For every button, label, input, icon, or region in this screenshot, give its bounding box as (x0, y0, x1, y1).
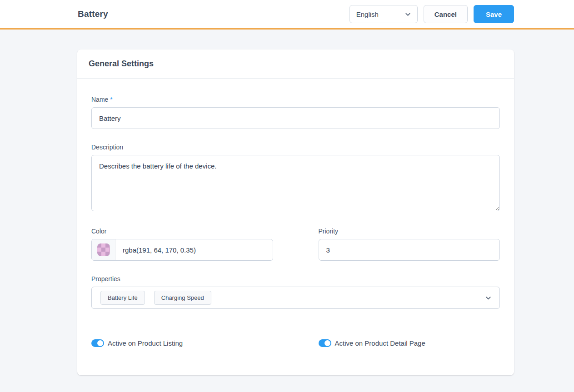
color-swatch-button[interactable] (92, 239, 115, 260)
priority-label: Priority (319, 228, 500, 235)
active-product-listing-group: Active on Product Listing (91, 339, 273, 347)
required-asterisk: * (110, 96, 112, 103)
description-field: Description Describes the battery life o… (91, 144, 500, 213)
cancel-button[interactable]: Cancel (424, 5, 468, 23)
toggle-knob (97, 340, 103, 346)
name-label: Name * (91, 96, 500, 103)
card-header: General Settings (77, 50, 514, 79)
top-bar-actions: English Cancel Save (349, 5, 514, 23)
name-input[interactable] (91, 107, 500, 129)
card-title: General Settings (89, 59, 503, 69)
priority-field: Priority (319, 228, 500, 261)
description-label: Description (91, 144, 500, 151)
properties-label: Properties (91, 275, 500, 283)
description-textarea[interactable]: Describes the battery life of the device… (91, 155, 500, 211)
active-product-detail-label: Active on Product Detail Page (335, 339, 425, 347)
toggle-knob (324, 340, 330, 346)
color-value-input[interactable] (115, 239, 273, 260)
main-content: General Settings Name * Description Desc… (0, 50, 574, 375)
priority-input[interactable] (319, 239, 500, 261)
chevron-down-icon (404, 11, 411, 18)
color-input-group (91, 239, 273, 261)
name-label-text: Name (91, 96, 108, 103)
name-field: Name * (91, 96, 500, 129)
active-product-detail-group: Active on Product Detail Page (319, 339, 500, 347)
color-swatch (97, 243, 110, 256)
property-tag[interactable]: Charging Speed (154, 291, 211, 305)
active-product-listing-label: Active on Product Listing (108, 339, 183, 347)
save-button[interactable]: Save (474, 5, 514, 23)
properties-field: Properties Battery Life Charging Speed (91, 275, 500, 309)
active-product-detail-toggle[interactable] (319, 339, 331, 347)
language-select-value: English (356, 10, 379, 18)
page-title: Battery (78, 9, 108, 19)
toggles-row: Active on Product Listing Active on Prod… (91, 339, 500, 347)
color-priority-row: Color Priority (91, 228, 500, 261)
card-body: Name * Description Describes the battery… (77, 79, 514, 375)
properties-multiselect[interactable]: Battery Life Charging Speed (91, 287, 500, 309)
color-swatch-checkerboard (97, 243, 110, 256)
chevron-down-icon (485, 294, 492, 301)
color-field: Color (91, 228, 273, 261)
language-select[interactable]: English (349, 5, 418, 23)
color-label: Color (91, 228, 273, 235)
property-tag[interactable]: Battery Life (100, 291, 145, 305)
general-settings-card: General Settings Name * Description Desc… (77, 50, 514, 375)
active-product-listing-toggle[interactable] (91, 339, 104, 347)
top-bar: Battery English Cancel Save (0, 0, 574, 30)
